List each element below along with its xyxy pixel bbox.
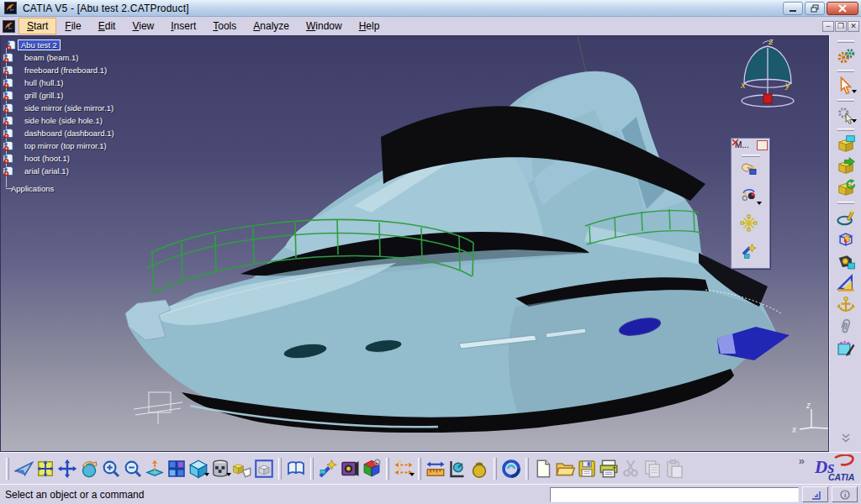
apply-material-icon[interactable]: [835, 338, 857, 360]
render-camera-icon[interactable]: [835, 250, 857, 272]
multi-view-icon[interactable]: [166, 458, 188, 480]
toolbar-grip[interactable]: [837, 40, 854, 43]
toolbar-grip[interactable]: [837, 129, 854, 131]
hide-show-icon[interactable]: [231, 458, 253, 480]
mdi-restore-button[interactable]: ❐: [835, 21, 847, 32]
toolbar-grip[interactable]: [418, 458, 421, 480]
restore-button[interactable]: [805, 2, 825, 15]
mdi-document-icon: [3, 20, 15, 33]
toolbar-grip[interactable]: [494, 458, 497, 480]
mdi-close-button[interactable]: ✕: [848, 21, 859, 32]
product-open-icon[interactable]: [835, 134, 857, 155]
iso-view-icon[interactable]: [188, 458, 209, 480]
explode-icon[interactable]: [740, 214, 762, 236]
fly-mode-icon[interactable]: [13, 458, 34, 480]
tree-node-freeboard[interactable]: +freeboard (freeboard.1): [3, 65, 107, 76]
toolbar-grip[interactable]: [310, 458, 314, 480]
pan-icon[interactable]: [56, 458, 78, 480]
menu-view[interactable]: View: [124, 18, 162, 34]
minimize-button[interactable]: [783, 2, 803, 15]
menu-window[interactable]: Window: [298, 18, 351, 34]
part-icon: [12, 128, 23, 139]
chevron-double-down-icon[interactable]: [835, 427, 857, 449]
tree-node-arial[interactable]: +arial (arial.1): [3, 165, 69, 176]
command-input[interactable]: [550, 487, 799, 502]
paperclip-icon[interactable]: [835, 316, 857, 338]
menu-analyze[interactable]: Analyze: [245, 18, 298, 34]
menu-start[interactable]: Start: [18, 18, 56, 34]
fix-anchor-icon[interactable]: [835, 294, 857, 316]
tree-node-side-mirror[interactable]: +side mirror (side mirror.1): [3, 102, 114, 113]
tree-node-dashboard[interactable]: +dashboard (dashboard.1): [3, 128, 114, 139]
snap-icon[interactable]: [740, 186, 762, 208]
menu-edit[interactable]: Edit: [90, 18, 124, 34]
tree-node-side-hole[interactable]: +side hole (side hole.1): [3, 115, 103, 126]
cut-icon[interactable]: [620, 458, 642, 480]
tree-node-top-mirror[interactable]: +top mirror (top mirror.1): [3, 140, 107, 151]
view-compass[interactable]: z x y: [740, 36, 794, 107]
part-icon: [12, 115, 23, 126]
close-button[interactable]: [827, 2, 858, 15]
paste-icon[interactable]: [663, 458, 685, 480]
toolbar-grip[interactable]: [6, 458, 9, 480]
menu-file[interactable]: File: [56, 18, 89, 34]
product-update-icon[interactable]: [835, 177, 857, 199]
toolbar-grip[interactable]: [278, 458, 282, 480]
move-toolbar-close-icon[interactable]: [757, 140, 768, 150]
3d-viewport[interactable]: z y x z x y: [0, 35, 829, 452]
catalog-icon[interactable]: [285, 458, 307, 480]
window-title: CATIA V5 - [Abu test 2.CATProduct]: [23, 3, 189, 14]
light-wand-icon[interactable]: [317, 458, 339, 480]
tree-node-beam[interactable]: +beam (beam.1): [3, 52, 78, 63]
tree-node-hoot[interactable]: +hoot (hoot.1): [3, 153, 70, 164]
toolbar-grip[interactable]: [837, 70, 854, 72]
open-folder-icon[interactable]: [554, 458, 576, 480]
tree-root-node[interactable]: Abu test 2: [5, 39, 61, 50]
move-toolbar[interactable]: M...: [731, 138, 770, 269]
render-shot-icon[interactable]: [339, 458, 361, 480]
move-toolbar-grip[interactable]: [742, 155, 760, 157]
menu-insert[interactable]: Insert: [162, 18, 204, 34]
knowledge-icon[interactable]: [500, 458, 522, 480]
tree-node-applications[interactable]: Applications: [11, 183, 54, 194]
mdi-minimize-button[interactable]: –: [822, 21, 834, 32]
toolbar-grip[interactable]: [837, 99, 854, 102]
toolbar-grip[interactable]: [837, 202, 854, 204]
exploded-box-icon[interactable]: [835, 228, 857, 250]
zoom-out-icon[interactable]: [122, 458, 144, 480]
shading-icon[interactable]: [209, 458, 231, 480]
smart-move-icon[interactable]: [740, 242, 762, 264]
product-import-icon[interactable]: [835, 155, 857, 177]
snap-arrows-icon[interactable]: [393, 458, 415, 480]
toolbar-grip[interactable]: [526, 458, 529, 480]
menu-tools[interactable]: Tools: [204, 18, 245, 34]
toolbar-grip[interactable]: [386, 458, 389, 480]
help-info-icon[interactable]: i: [832, 486, 858, 502]
menu-help[interactable]: Help: [351, 18, 388, 34]
print-icon[interactable]: [598, 458, 620, 480]
select-arrow-icon[interactable]: [835, 75, 857, 97]
zoom-in-icon[interactable]: [100, 458, 122, 480]
swap-visible-icon[interactable]: [253, 458, 275, 480]
measure-setsquare-icon[interactable]: [835, 272, 857, 294]
dock-window-icon[interactable]: [802, 486, 828, 502]
manipulation-icon[interactable]: [740, 159, 762, 181]
tree-node-grill[interactable]: +grill (grill.1): [3, 90, 63, 101]
measure-between-icon[interactable]: [425, 458, 446, 480]
color-cube-icon[interactable]: [361, 458, 383, 480]
copy-icon[interactable]: [642, 458, 663, 480]
part-icon: [12, 52, 23, 63]
fit-all-icon[interactable]: [34, 458, 56, 480]
new-document-icon[interactable]: [532, 458, 554, 480]
assembly-workbench-icon[interactable]: [835, 45, 857, 67]
chevron-double-right-icon[interactable]: »: [799, 454, 805, 467]
measure-item-icon[interactable]: [446, 458, 468, 480]
normal-view-icon[interactable]: [144, 458, 166, 480]
sketcher-icon[interactable]: [835, 207, 857, 228]
rotate-icon[interactable]: [78, 458, 100, 480]
selection-gear-icon[interactable]: [835, 104, 857, 126]
tree-root-label[interactable]: Abu test 2: [18, 39, 61, 50]
save-icon[interactable]: [576, 458, 598, 480]
measure-inertia-icon[interactable]: [468, 458, 490, 480]
tree-node-hull[interactable]: +hull (hull.1): [3, 77, 63, 88]
